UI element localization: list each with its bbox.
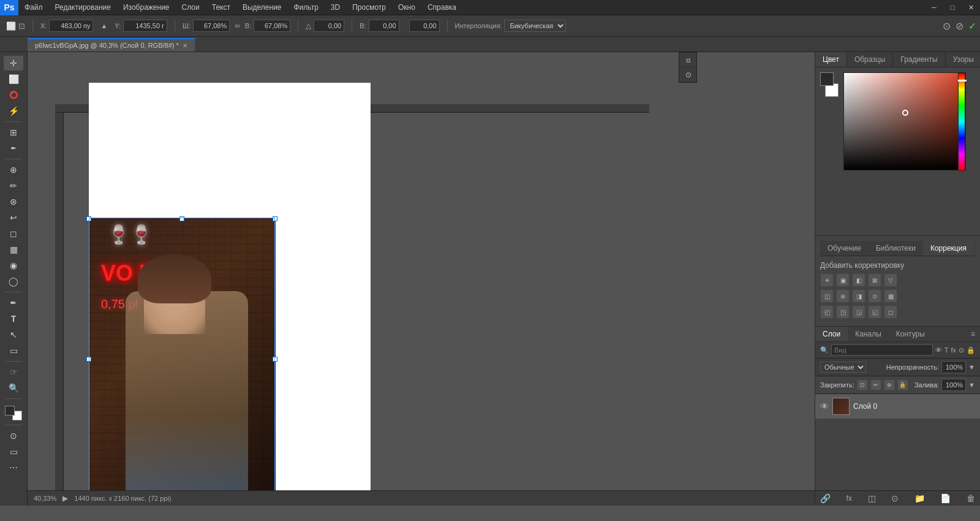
blend-mode-select[interactable]: Обычные: [820, 362, 866, 373]
posterize-btn[interactable]: ◲: [852, 305, 865, 319]
menu-layers[interactable]: Слои: [176, 0, 206, 15]
screen-mode-button[interactable]: ▭: [4, 444, 23, 459]
layer-visibility-icon[interactable]: 👁: [935, 346, 942, 354]
hue-indicator[interactable]: [958, 80, 967, 82]
fill-input[interactable]: [941, 379, 966, 391]
gradient-map-btn[interactable]: ◻: [884, 305, 897, 319]
hue-bar[interactable]: [958, 73, 965, 171]
status-arrow[interactable]: ▶: [62, 494, 68, 503]
hue-sat-btn[interactable]: ◫: [820, 289, 834, 303]
menu-image[interactable]: Изображение: [117, 0, 176, 15]
bright-contrast-btn[interactable]: ☀: [820, 273, 834, 287]
channel-mix-btn[interactable]: ▦: [884, 289, 897, 303]
color-tab-gradients[interactable]: Градиенты: [893, 52, 945, 67]
add-group-btn[interactable]: 📁: [914, 493, 925, 503]
blur-button[interactable]: ◉: [4, 258, 23, 273]
color-gradient-picker[interactable]: [843, 72, 966, 170]
close-button[interactable]: ✕: [962, 0, 980, 15]
link-layers-btn[interactable]: 🔗: [820, 493, 831, 503]
eyedropper-button[interactable]: ✒: [4, 141, 23, 156]
threshold-btn[interactable]: ◱: [868, 305, 881, 319]
menu-window[interactable]: Окно: [392, 0, 421, 15]
menu-file[interactable]: Файл: [18, 0, 49, 15]
invert-btn[interactable]: ◳: [836, 305, 850, 319]
corr-tab-learning[interactable]: Обучение: [820, 241, 869, 256]
color-balance-btn[interactable]: ⊛: [836, 289, 850, 303]
photo-filter-btn[interactable]: ⊙: [868, 289, 881, 303]
layers-tab-paths[interactable]: Контуры: [889, 327, 932, 341]
layer-visibility-toggle[interactable]: 👁: [820, 401, 829, 411]
confirm-transform-button[interactable]: ✓: [968, 20, 976, 32]
transform-handle-tr[interactable]: [273, 216, 277, 221]
crop-tool-button[interactable]: ⊞: [4, 125, 23, 140]
delete-layer-btn[interactable]: 🗑: [967, 493, 975, 503]
eraser-button[interactable]: ◻: [4, 226, 23, 241]
tab-close-button[interactable]: ✕: [183, 42, 187, 49]
brush-button[interactable]: ✏: [4, 178, 23, 193]
add-style-btn[interactable]: fx: [846, 494, 852, 503]
lock-position-btn[interactable]: ✏: [870, 379, 881, 390]
levels-btn[interactable]: ▣: [836, 273, 850, 287]
minimize-button[interactable]: ─: [925, 0, 943, 15]
healing-button[interactable]: ⊕: [4, 162, 23, 177]
history-brush-button[interactable]: ↩: [4, 210, 23, 225]
fg-color-swatch[interactable]: [5, 406, 15, 416]
layer-item-0[interactable]: 👁 Слой 0: [815, 394, 980, 419]
layers-search-input[interactable]: [831, 344, 933, 356]
lock-artboard-btn[interactable]: ⊕: [884, 379, 895, 390]
lasso-tool-button[interactable]: ⭕: [4, 88, 23, 102]
magic-wand-button[interactable]: ⚡: [4, 104, 23, 118]
add-mask-btn[interactable]: ◫: [868, 493, 876, 503]
bw-btn[interactable]: ◨: [852, 289, 865, 303]
more-tools-button[interactable]: ⋯: [4, 460, 23, 475]
warp-icon[interactable]: ⊙: [943, 20, 951, 32]
hand-button[interactable]: ☞: [4, 365, 23, 379]
transform-handle-tl[interactable]: [86, 216, 91, 221]
layer-effect-icon[interactable]: fx: [951, 346, 956, 354]
layer-lock-icon[interactable]: 🔒: [967, 346, 975, 354]
cancel-transform-button[interactable]: ⊘: [956, 20, 963, 32]
menu-filter[interactable]: Фильтр: [288, 0, 325, 15]
add-adjustment-btn[interactable]: ⊙: [891, 493, 899, 503]
hskew-input[interactable]: [369, 20, 399, 32]
select-rect-tool-button[interactable]: ⬜: [4, 72, 23, 86]
x-input[interactable]: [49, 20, 93, 32]
zoom-button[interactable]: 🔍: [4, 381, 23, 395]
color-picker-dot[interactable]: [902, 110, 908, 116]
layer-type-icon[interactable]: T: [944, 346, 949, 354]
h-input[interactable]: [254, 20, 290, 32]
fill-arrow[interactable]: ▼: [968, 381, 975, 389]
layers-panel-menu[interactable]: ≡: [966, 327, 980, 341]
exposure-btn[interactable]: ⊠: [868, 273, 881, 287]
vskew-input[interactable]: [409, 20, 440, 32]
side-btn-2[interactable]: ⊙: [679, 67, 698, 82]
color-tab-patterns[interactable]: Узоры: [946, 52, 980, 67]
transform-handle-ml[interactable]: [86, 357, 91, 362]
lock-pixels-btn[interactable]: ⊡: [857, 379, 868, 390]
y-input[interactable]: [123, 20, 167, 32]
color-lookup-btn[interactable]: ◰: [820, 305, 834, 319]
opacity-input[interactable]: [941, 361, 966, 373]
layer-mode-icon[interactable]: ⊙: [959, 346, 964, 354]
pen-button[interactable]: ✒: [4, 295, 23, 310]
transform-handle-tm[interactable]: [179, 216, 184, 221]
move-tool-button[interactable]: ✛: [4, 56, 23, 70]
dodge-button[interactable]: ◯: [4, 274, 23, 289]
color-tab-swatches[interactable]: Образцы: [847, 52, 893, 67]
w-input[interactable]: [193, 20, 230, 32]
opacity-arrow[interactable]: ▼: [968, 363, 975, 371]
path-select-button[interactable]: ↖: [4, 327, 23, 342]
foreground-color[interactable]: [820, 72, 834, 86]
menu-select[interactable]: Выделение: [236, 0, 288, 15]
corr-tab-libraries[interactable]: Библиотеки: [869, 241, 923, 256]
menu-3d[interactable]: 3D: [325, 0, 346, 15]
gradient-button[interactable]: ▦: [4, 242, 23, 257]
clone-button[interactable]: ⊛: [4, 194, 23, 209]
angle-input[interactable]: [314, 20, 344, 32]
link-icon[interactable]: ∞: [235, 21, 240, 30]
add-layer-btn[interactable]: 📄: [940, 493, 951, 503]
menu-help[interactable]: Справка: [421, 0, 462, 15]
document-tab[interactable]: p6Iwc1vBGpA.jpg @ 40,3% (Слой 0, RGB/8#)…: [28, 38, 195, 51]
maximize-button[interactable]: □: [943, 0, 962, 15]
color-selector[interactable]: [4, 405, 23, 422]
